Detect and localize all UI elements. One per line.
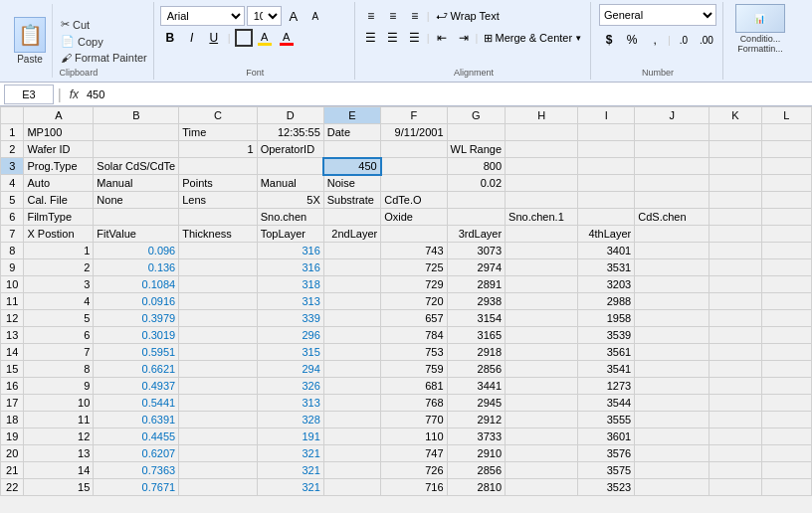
cell[interactable] xyxy=(506,276,578,293)
cell[interactable] xyxy=(506,141,578,158)
cell[interactable] xyxy=(761,209,811,226)
align-left-button[interactable]: ☰ xyxy=(361,28,381,48)
cell[interactable]: 0.7363 xyxy=(94,462,179,479)
cell[interactable] xyxy=(578,158,635,175)
format-painter-button[interactable]: 🖌 Format Painter xyxy=(59,51,149,65)
cell[interactable]: 339 xyxy=(257,310,323,327)
fill-color-button[interactable]: A xyxy=(255,28,275,48)
cell[interactable] xyxy=(447,124,506,141)
cell[interactable]: 2910 xyxy=(447,445,506,462)
cell[interactable]: Noise xyxy=(323,175,380,192)
cell[interactable] xyxy=(710,226,762,243)
cell[interactable]: 2ndLayer xyxy=(323,226,380,243)
cell[interactable]: 3401 xyxy=(578,243,635,259)
cell[interactable] xyxy=(381,226,447,243)
cell[interactable] xyxy=(635,395,710,412)
cell[interactable] xyxy=(179,395,257,412)
cell[interactable]: 2974 xyxy=(447,259,506,276)
cell[interactable]: 0.7671 xyxy=(94,479,179,496)
col-header-h[interactable]: H xyxy=(506,107,578,124)
cell[interactable] xyxy=(761,395,811,412)
font-name-select[interactable]: Arial xyxy=(160,6,245,26)
cell[interactable] xyxy=(506,293,578,310)
cell[interactable]: Time xyxy=(179,124,257,141)
comma-button[interactable]: , xyxy=(645,30,665,50)
cell[interactable] xyxy=(635,344,710,361)
align-right-button[interactable]: ☰ xyxy=(405,28,425,48)
cell[interactable] xyxy=(179,276,257,293)
cell[interactable] xyxy=(710,445,762,462)
cell[interactable] xyxy=(179,327,257,344)
cell[interactable] xyxy=(179,412,257,428)
cell[interactable]: 3575 xyxy=(578,462,635,479)
cell[interactable] xyxy=(761,243,811,259)
cell[interactable] xyxy=(179,462,257,479)
cell[interactable] xyxy=(635,158,710,175)
cell[interactable] xyxy=(323,378,380,395)
cell[interactable] xyxy=(635,378,710,395)
cell[interactable] xyxy=(506,361,578,378)
cell[interactable]: 5 xyxy=(24,310,94,327)
cell[interactable] xyxy=(635,175,710,192)
corner-cell[interactable] xyxy=(1,107,24,124)
cell[interactable]: FilmType xyxy=(24,209,94,226)
align-center-button[interactable]: ☰ xyxy=(383,28,403,48)
cell[interactable]: Prog.Type xyxy=(24,158,94,175)
cell[interactable]: 3541 xyxy=(578,361,635,378)
cell[interactable]: 315 xyxy=(257,344,323,361)
cell[interactable] xyxy=(323,479,380,496)
cell[interactable]: Solar CdS/CdTe xyxy=(94,158,179,175)
cell[interactable] xyxy=(506,124,578,141)
cell[interactable] xyxy=(710,361,762,378)
cell[interactable]: 0.136 xyxy=(94,259,179,276)
cell[interactable]: 2938 xyxy=(447,293,506,310)
cell[interactable]: 716 xyxy=(381,479,447,496)
cell[interactable] xyxy=(635,327,710,344)
cell[interactable]: 657 xyxy=(381,310,447,327)
cell[interactable] xyxy=(506,259,578,276)
cell[interactable]: OperatorID xyxy=(257,141,323,158)
cell[interactable] xyxy=(761,259,811,276)
cell[interactable] xyxy=(257,158,323,175)
cell[interactable]: 3561 xyxy=(578,344,635,361)
cell[interactable]: 726 xyxy=(381,462,447,479)
col-header-d[interactable]: D xyxy=(257,107,323,124)
cell[interactable] xyxy=(710,276,762,293)
row-header-18[interactable]: 18 xyxy=(1,412,24,428)
cell[interactable] xyxy=(578,192,635,209)
cut-button[interactable]: ✂ Cut xyxy=(59,17,149,32)
number-format-select[interactable]: General xyxy=(599,4,716,26)
cell[interactable] xyxy=(323,428,380,445)
cell[interactable]: 784 xyxy=(381,327,447,344)
cell[interactable] xyxy=(506,226,578,243)
cell[interactable]: 759 xyxy=(381,361,447,378)
cell[interactable]: Wafer ID xyxy=(24,141,94,158)
cell[interactable] xyxy=(179,344,257,361)
cell[interactable]: 191 xyxy=(257,428,323,445)
cell[interactable] xyxy=(761,327,811,344)
cell[interactable] xyxy=(323,412,380,428)
row-header-7[interactable]: 7 xyxy=(1,226,24,243)
cell[interactable]: 296 xyxy=(257,327,323,344)
cell[interactable]: 326 xyxy=(257,378,323,395)
cell[interactable]: 768 xyxy=(381,395,447,412)
cell[interactable]: 3544 xyxy=(578,395,635,412)
cell[interactable] xyxy=(635,310,710,327)
cell[interactable]: 0.6391 xyxy=(94,412,179,428)
cell[interactable]: 743 xyxy=(381,243,447,259)
row-header-8[interactable]: 8 xyxy=(1,243,24,259)
cell[interactable] xyxy=(323,293,380,310)
row-header-9[interactable]: 9 xyxy=(1,259,24,276)
cell[interactable] xyxy=(761,158,811,175)
cell[interactable]: 4 xyxy=(24,293,94,310)
col-header-k[interactable]: K xyxy=(710,107,762,124)
cell[interactable]: 725 xyxy=(381,259,447,276)
cell[interactable]: 110 xyxy=(381,428,447,445)
cell[interactable]: 1273 xyxy=(578,378,635,395)
cell[interactable] xyxy=(761,141,811,158)
cell[interactable]: 0.1084 xyxy=(94,276,179,293)
font-color-button[interactable]: A xyxy=(277,28,297,48)
cell[interactable] xyxy=(710,428,762,445)
cell[interactable]: CdS.chen xyxy=(635,209,710,226)
cell[interactable] xyxy=(635,276,710,293)
